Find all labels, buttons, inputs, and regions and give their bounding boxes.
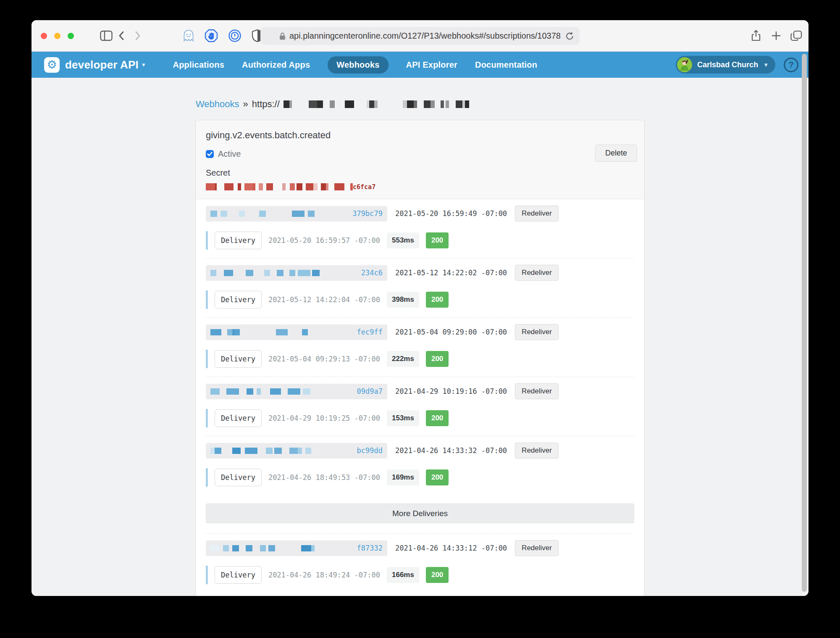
breadcrumb-separator: »	[243, 99, 248, 110]
secret-label: Secret	[206, 168, 634, 178]
deliveries-list: 379bc79 2021-05-20 16:59:49 -07:00 Redel…	[196, 199, 644, 596]
event-group: f87332 2021-04-26 14:33:12 -07:00 Redeli…	[206, 534, 634, 593]
brand-chevron-down-icon: ▾	[142, 61, 145, 69]
breadcrumb-redacted-url	[284, 100, 469, 108]
event-redacted-payload	[210, 211, 351, 217]
breadcrumb-url-prefix: https://	[252, 99, 280, 110]
event-id-pill: f87332	[206, 540, 387, 556]
event-redacted-payload	[210, 545, 355, 551]
event-timestamp: 2021-05-12 14:22:02 -07:00	[395, 269, 507, 277]
event-redacted-payload	[210, 448, 355, 454]
scrollbar-thumb[interactable]	[802, 54, 807, 592]
event-id[interactable]: f87332	[357, 544, 383, 552]
event-group: 379bc79 2021-05-20 16:59:49 -07:00 Redel…	[206, 199, 634, 258]
redeliver-button[interactable]: Redeliver	[515, 206, 559, 221]
delivery-status: 200	[426, 351, 449, 367]
zoom-window-button[interactable]	[68, 33, 74, 39]
event-redacted-payload	[210, 270, 360, 276]
developer-api-logo[interactable]: ⚙	[44, 57, 60, 73]
traffic-lights	[41, 20, 74, 51]
breadcrumb: Webhooks » https://	[195, 99, 645, 110]
url-text: api.planningcenteronline.com/O127/P13/we…	[289, 31, 561, 41]
delivery-status: 200	[426, 469, 449, 485]
event-id[interactable]: bc99dd	[357, 446, 383, 455]
header-right: Carlsbad Church ▼ ?	[676, 56, 798, 74]
account-menu[interactable]: Carlsbad Church ▼	[676, 56, 775, 74]
delivery-label: Delivery	[215, 566, 262, 584]
more-deliveries-button[interactable]: More Deliveries	[206, 504, 634, 523]
minimize-window-button[interactable]	[54, 33, 60, 39]
event-id-pill: 379bc79	[206, 206, 387, 221]
nav-webhooks[interactable]: Webhooks	[328, 56, 388, 74]
address-bar[interactable]: api.planningcenteronline.com/O127/P13/we…	[260, 27, 580, 45]
browser-window: api.planningcenteronline.com/O127/P13/we…	[32, 20, 808, 596]
event-id-pill: bc99dd	[206, 443, 387, 459]
delivery-label: Delivery	[215, 232, 262, 249]
share-icon[interactable]	[751, 29, 761, 42]
breadcrumb-webhooks-link[interactable]: Webhooks	[196, 99, 239, 110]
event-timestamp: 2021-05-20 16:59:49 -07:00	[395, 209, 507, 218]
delivery-timestamp: 2021-04-26 18:49:24 -07:00	[268, 571, 380, 579]
delivery-duration: 398ms	[387, 292, 419, 308]
delivery-duration: 166ms	[387, 567, 419, 583]
tab-overview-icon[interactable]	[790, 30, 803, 42]
redeliver-button[interactable]: Redeliver	[515, 265, 559, 281]
close-window-button[interactable]	[41, 33, 47, 39]
ghostery-extension-icon[interactable]	[183, 29, 194, 42]
event-id[interactable]: fec9ff	[357, 328, 383, 336]
delivery-duration: 553ms	[387, 232, 419, 248]
back-icon[interactable]	[117, 30, 127, 41]
new-tab-icon[interactable]	[771, 30, 782, 41]
delivery-duration: 222ms	[387, 351, 419, 367]
forward-icon[interactable]	[132, 30, 142, 41]
content-blocker-hand-icon[interactable]	[205, 29, 218, 42]
active-label: Active	[218, 149, 241, 159]
event-id[interactable]: 09d9a7	[357, 387, 383, 395]
delete-button[interactable]: Delete	[595, 145, 637, 162]
delivery-indicator-bar	[206, 290, 208, 309]
redeliver-button[interactable]: Redeliver	[515, 443, 559, 459]
event-group: 234c6 2021-05-12 14:22:02 -07:00 Redeliv…	[206, 258, 634, 318]
brand-title[interactable]: developer API	[65, 58, 139, 71]
active-checkbox[interactable]	[206, 150, 214, 158]
nav-api-explorer[interactable]: API Explorer	[406, 56, 457, 74]
delivery-indicator-bar	[206, 350, 208, 368]
delivery-duration: 153ms	[387, 410, 419, 426]
delivery-indicator-bar	[206, 409, 208, 427]
delivery-label: Delivery	[215, 350, 262, 368]
one-password-extension-icon[interactable]	[228, 29, 242, 42]
avatar	[677, 57, 692, 72]
event-id-pill: 09d9a7	[206, 384, 387, 399]
delivery-timestamp: 2021-05-12 14:22:04 -07:00	[268, 295, 380, 304]
redeliver-button[interactable]: Redeliver	[515, 540, 559, 556]
delivery-label: Delivery	[215, 291, 262, 308]
event-group: 09d9a7 2021-04-29 10:19:16 -07:00 Redeli…	[206, 377, 634, 436]
lock-icon	[279, 32, 286, 40]
help-button[interactable]: ?	[784, 58, 798, 72]
main-nav: Applications Authorized Apps Webhooks AP…	[173, 56, 538, 74]
secret-suffix: c6fca7	[353, 183, 375, 191]
delivery-indicator-bar	[206, 231, 208, 250]
nav-authorized-apps[interactable]: Authorized Apps	[242, 56, 310, 74]
delivery-status: 200	[426, 567, 449, 583]
secret-redacted-value	[206, 183, 353, 190]
browser-toolbar: api.planningcenteronline.com/O127/P13/we…	[32, 20, 808, 52]
delivery-indicator-bar	[206, 468, 208, 487]
delivery-timestamp: 2021-04-26 18:49:53 -07:00	[268, 473, 380, 482]
event-id[interactable]: 234c6	[361, 269, 383, 277]
sidebar-toggle-icon[interactable]	[100, 30, 113, 41]
redeliver-button[interactable]: Redeliver	[515, 383, 559, 399]
event-timestamp: 2021-04-29 10:19:16 -07:00	[395, 387, 507, 395]
delivery-duration: 169ms	[387, 469, 419, 485]
nav-documentation[interactable]: Documentation	[475, 56, 537, 74]
account-chevron-down-icon: ▼	[763, 62, 769, 68]
redeliver-button[interactable]: Redeliver	[515, 324, 559, 340]
event-id-pill: 234c6	[206, 265, 387, 281]
event-timestamp: 2021-04-26 14:33:32 -07:00	[395, 446, 507, 455]
delivery-timestamp: 2021-05-20 16:59:57 -07:00	[268, 236, 380, 245]
event-id[interactable]: 379bc79	[352, 209, 383, 218]
nav-applications[interactable]: Applications	[173, 56, 224, 74]
reload-icon[interactable]	[565, 32, 574, 41]
event-group: fec9ff 2021-05-04 09:29:00 -07:00 Redeli…	[206, 318, 634, 377]
subscription-name: giving.v2.events.batch.created	[206, 130, 634, 141]
